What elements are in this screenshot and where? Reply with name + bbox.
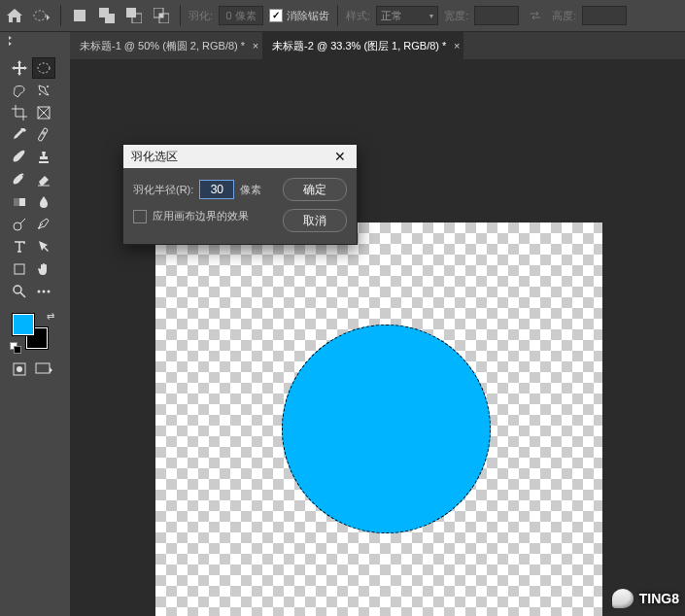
svg-rect-16 — [14, 198, 19, 206]
subtract-from-selection-icon[interactable] — [123, 5, 145, 26]
radius-input[interactable]: 30 — [199, 180, 234, 199]
svg-point-20 — [38, 291, 41, 293]
style-value: 正常 — [381, 9, 402, 23]
style-label: 样式: — [346, 9, 370, 23]
dialog-body: 羽化半径(R): 30 像素 应用画布边界的效果 确定 取消 — [123, 168, 357, 244]
width-input[interactable] — [474, 6, 519, 25]
foreground-color-swatch[interactable] — [12, 313, 35, 336]
shape-tool-icon[interactable] — [8, 258, 31, 280]
lasso-tool-icon[interactable] — [8, 80, 31, 101]
zoom-tool-icon[interactable] — [8, 281, 31, 302]
frame-tool-icon[interactable] — [32, 102, 55, 123]
move-tool-icon[interactable] — [8, 57, 31, 79]
svg-point-24 — [17, 366, 22, 372]
home-icon[interactable] — [4, 5, 25, 26]
healing-brush-tool-icon[interactable] — [32, 124, 55, 146]
tab-label: 未标题-1 @ 50% (椭圆 2, RGB/8) * — [80, 39, 245, 53]
collapse-arrows-icon[interactable] — [5, 32, 17, 50]
screen-mode-icon[interactable] — [32, 359, 55, 380]
default-colors-icon[interactable] — [10, 342, 21, 354]
style-dropdown[interactable]: 正常 ▾ — [376, 6, 438, 25]
svg-point-22 — [48, 291, 51, 293]
document-tabs: 未标题-1 @ 50% (椭圆 2, RGB/8) * × 未标题-2 @ 33… — [70, 32, 685, 59]
options-bar: 羽化: 0 像素 消除锯齿 样式: 正常 ▾ 宽度: 高度: — [0, 0, 685, 32]
marquee-tool-icon[interactable] — [32, 57, 55, 79]
stamp-tool-icon[interactable] — [32, 147, 55, 168]
height-label: 高度: — [552, 9, 576, 23]
svg-rect-4 — [126, 8, 136, 17]
new-selection-icon[interactable] — [69, 5, 90, 26]
height-input[interactable] — [582, 6, 627, 25]
svg-rect-8 — [159, 14, 163, 17]
dialog-titlebar[interactable]: 羽化选区 ✕ — [123, 145, 357, 168]
tool-panel: ⇄ — [5, 53, 67, 384]
separator — [337, 5, 338, 26]
svg-rect-18 — [15, 264, 24, 274]
swap-dimensions-icon[interactable] — [525, 5, 546, 26]
tab-label: 未标题-2 @ 33.3% (图层 1, RGB/8) * — [272, 39, 446, 53]
history-brush-tool-icon[interactable] — [8, 169, 31, 190]
separator — [60, 5, 61, 26]
svg-point-17 — [14, 222, 21, 230]
brush-tool-icon[interactable] — [8, 147, 31, 168]
svg-rect-13 — [38, 127, 48, 141]
color-swatches: ⇄ — [10, 311, 58, 354]
separator — [180, 5, 181, 26]
close-icon[interactable]: × — [253, 40, 258, 51]
apply-canvas-label: 应用画布边界的效果 — [153, 209, 249, 223]
path-select-tool-icon[interactable] — [32, 236, 55, 257]
dodge-tool-icon[interactable] — [8, 214, 31, 235]
selection-marquee — [282, 325, 491, 533]
tab-doc-1[interactable]: 未标题-1 @ 50% (椭圆 2, RGB/8) * × — [70, 32, 262, 59]
watermark: TING8 — [612, 589, 679, 608]
radius-unit: 像素 — [240, 183, 261, 197]
svg-rect-25 — [36, 363, 50, 373]
svg-point-10 — [47, 86, 49, 87]
feather-input[interactable]: 0 像素 — [219, 6, 263, 25]
svg-point-21 — [43, 291, 46, 293]
eraser-tool-icon[interactable] — [32, 169, 55, 190]
gradient-tool-icon[interactable] — [8, 191, 31, 213]
radius-label: 羽化半径(R): — [133, 183, 193, 197]
checkbox-icon — [133, 210, 147, 223]
svg-rect-1 — [74, 10, 86, 21]
quick-select-tool-icon[interactable] — [32, 80, 55, 101]
svg-rect-3 — [105, 14, 115, 23]
antialias-checkbox[interactable]: 消除锯齿 — [269, 9, 329, 23]
tool-preset-dropdown[interactable] — [31, 5, 52, 26]
hand-tool-icon[interactable] — [32, 258, 55, 280]
canvas-workspace — [70, 59, 685, 616]
svg-point-9 — [38, 63, 50, 73]
feather-dialog: 羽化选区 ✕ 羽化半径(R): 30 像素 应用画布边界的效果 确定 取消 — [122, 144, 358, 245]
blur-tool-icon[interactable] — [32, 191, 55, 213]
quick-mask-icon[interactable] — [8, 359, 31, 380]
crop-tool-icon[interactable] — [8, 102, 31, 123]
type-tool-icon[interactable] — [8, 236, 31, 257]
eyedropper-tool-icon[interactable] — [8, 124, 31, 146]
apply-canvas-checkbox[interactable]: 应用画布边界的效果 — [133, 209, 273, 223]
svg-point-11 — [39, 93, 41, 95]
chevron-down-icon: ▾ — [429, 12, 433, 20]
swap-colors-icon[interactable]: ⇄ — [47, 311, 54, 322]
close-icon[interactable]: × — [454, 40, 460, 51]
antialias-label: 消除锯齿 — [287, 9, 329, 23]
edit-toolbar-icon[interactable] — [32, 281, 55, 302]
svg-point-19 — [14, 286, 21, 293]
radius-row: 羽化半径(R): 30 像素 — [133, 180, 273, 199]
chat-bubble-icon — [612, 589, 634, 608]
watermark-text: TING8 — [639, 591, 679, 606]
add-to-selection-icon[interactable] — [96, 5, 118, 26]
dialog-title: 羽化选区 — [131, 149, 178, 165]
document-canvas[interactable] — [155, 222, 602, 616]
ok-button[interactable]: 确定 — [283, 178, 347, 201]
width-label: 宽度: — [444, 9, 468, 23]
intersect-selection-icon[interactable] — [151, 5, 172, 26]
svg-point-0 — [34, 11, 46, 20]
tab-doc-2[interactable]: 未标题-2 @ 33.3% (图层 1, RGB/8) * × — [262, 32, 463, 59]
svg-rect-14 — [39, 161, 49, 163]
feather-label: 羽化: — [188, 9, 213, 23]
pen-tool-icon[interactable] — [32, 214, 55, 235]
cancel-button[interactable]: 取消 — [283, 209, 347, 232]
close-icon[interactable]: ✕ — [331, 148, 349, 165]
checkbox-icon — [269, 9, 283, 22]
